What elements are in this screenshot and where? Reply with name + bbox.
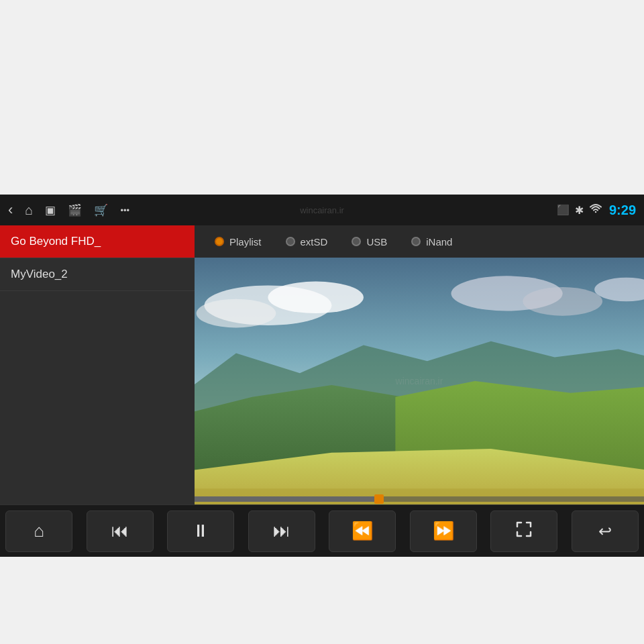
- recents-icon[interactable]: ▣: [45, 203, 56, 217]
- video-player[interactable]: wincairan.ir: [195, 258, 644, 504]
- source-tab-dot-extsd: [286, 237, 295, 246]
- status-bar-left: ‹ ⌂ ▣ 🎬 🛒 •••: [8, 201, 129, 219]
- cast-icon: ⬛: [557, 204, 570, 216]
- rewind-button[interactable]: ⏪: [329, 511, 396, 552]
- controls-bar: ⌂ ⏮ ⏸ ⏭ ⏪ ⏩ ↩: [0, 504, 644, 557]
- source-tab-label-playlist: Playlist: [229, 236, 262, 248]
- wifi-icon: [589, 203, 602, 217]
- source-tab-dot-playlist: [215, 237, 224, 246]
- playlist-item-0[interactable]: Go Beyond FHD_: [0, 225, 195, 258]
- bag-icon[interactable]: 🛒: [94, 203, 108, 217]
- back-nav-icon: ↩: [598, 522, 612, 541]
- prev-button[interactable]: ⏮: [87, 511, 154, 552]
- fullscreen-button[interactable]: [490, 511, 557, 552]
- source-tab-label-extsd: extSD: [301, 236, 328, 248]
- back-nav-button[interactable]: ↩: [572, 511, 639, 552]
- source-tab-label-usb: USB: [366, 236, 387, 248]
- pause-icon: ⏸: [192, 521, 209, 541]
- svg-point-3: [197, 299, 276, 328]
- playlist-sidebar: Go Beyond FHD_ MyVideo_2: [0, 225, 195, 504]
- progress-thumb[interactable]: [374, 494, 384, 504]
- next-button[interactable]: ⏭: [248, 511, 315, 552]
- playlist-item-1[interactable]: MyVideo_2: [0, 258, 195, 291]
- home-button[interactable]: ⌂: [5, 511, 72, 552]
- fastforward-button[interactable]: ⏩: [410, 511, 477, 552]
- progress-bar[interactable]: [195, 496, 644, 502]
- bluetooth-icon: ✱: [575, 204, 584, 217]
- source-tab-label-inand: iNand: [426, 236, 452, 248]
- next-icon: ⏭: [273, 521, 290, 541]
- progress-fill: [195, 496, 374, 502]
- fastforward-icon: ⏩: [433, 521, 454, 541]
- status-bar-right: ⬛ ✱ 9:29: [557, 203, 636, 218]
- camera-icon[interactable]: 🎬: [68, 203, 82, 217]
- video-area: Playlist extSD USB iNand: [195, 225, 644, 504]
- svg-point-2: [268, 282, 363, 313]
- source-tab-extsd[interactable]: extSD: [276, 232, 337, 252]
- device-frame: ‹ ⌂ ▣ 🎬 🛒 ••• wincairan.ir ⬛ ✱: [0, 195, 644, 557]
- main-area: Go Beyond FHD_ MyVideo_2 Playlist extSD …: [0, 225, 644, 504]
- source-tab-playlist[interactable]: Playlist: [205, 232, 271, 252]
- source-tabs: Playlist extSD USB iNand: [195, 225, 644, 258]
- pause-button[interactable]: ⏸: [167, 511, 234, 552]
- back-button[interactable]: ‹: [8, 201, 13, 219]
- source-tab-dot-usb: [352, 237, 361, 246]
- video-thumbnail: [195, 258, 644, 504]
- prev-icon: ⏮: [111, 521, 129, 541]
- rewind-icon: ⏪: [352, 521, 373, 541]
- source-tab-usb[interactable]: USB: [342, 232, 396, 252]
- status-time: 9:29: [609, 203, 636, 218]
- source-tab-inand[interactable]: iNand: [402, 232, 462, 252]
- more-icon[interactable]: •••: [120, 205, 129, 215]
- status-bar: ‹ ⌂ ▣ 🎬 🛒 ••• wincairan.ir ⬛ ✱: [0, 195, 644, 225]
- home-icon[interactable]: ⌂: [25, 203, 33, 218]
- watermark-statusbar: wincairan.ir: [300, 205, 344, 215]
- svg-point-5: [523, 287, 602, 316]
- status-icons: ⬛ ✱: [557, 203, 602, 217]
- fullscreen-icon: [515, 520, 533, 543]
- home-btn-icon: ⌂: [34, 521, 44, 541]
- source-tab-dot-inand: [411, 237, 421, 246]
